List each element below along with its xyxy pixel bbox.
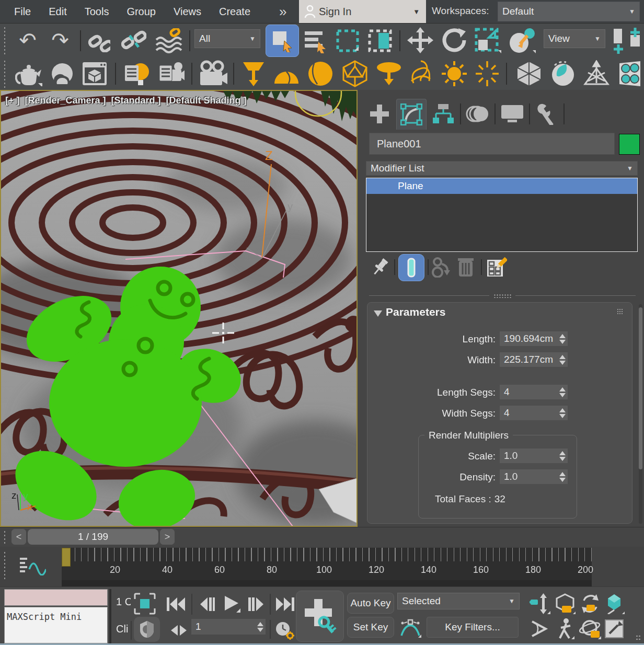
- play-button[interactable]: [220, 593, 244, 616]
- render-in-cloud-icon[interactable]: [48, 60, 76, 88]
- go-to-end-button[interactable]: [273, 593, 297, 616]
- track-bar-drag-handle[interactable]: [3, 551, 7, 580]
- video-camera-icon[interactable]: [198, 59, 229, 89]
- current-frame-spinner[interactable]: [257, 622, 263, 632]
- object-name-field[interactable]: Plane001: [369, 133, 615, 155]
- panel-scrollbar[interactable]: [639, 304, 642, 524]
- lens-effects-icon[interactable]: [616, 59, 644, 89]
- toolbar2-drag-handle[interactable]: [3, 60, 7, 88]
- physical-material-icon[interactable]: [513, 59, 545, 89]
- orbit-camera-button[interactable]: [578, 618, 602, 640]
- selection-lock-toggle[interactable]: [133, 592, 157, 616]
- menu-views[interactable]: Views: [165, 6, 210, 18]
- default-in-out-tangents-button[interactable]: [398, 617, 422, 639]
- selection-set-dropdown[interactable]: Selected ▼: [397, 593, 520, 609]
- tab-display[interactable]: [499, 99, 526, 129]
- scale-field[interactable]: 1.0: [500, 448, 568, 463]
- render-setup-teapot-icon[interactable]: [14, 60, 44, 88]
- auto-key-button[interactable]: Auto Key: [347, 593, 394, 614]
- viewport-menu-style[interactable]: [Standard ]: [111, 95, 161, 106]
- use-selection-center-button[interactable]: [627, 26, 643, 55]
- tab-utilities[interactable]: [533, 99, 560, 129]
- sign-in-button[interactable]: Sign In ▼: [299, 0, 426, 23]
- rollout-drag-grip[interactable]: [617, 308, 623, 315]
- playhead[interactable]: [62, 548, 71, 567]
- tab-create[interactable]: [366, 99, 393, 129]
- rollout-collapse-icon[interactable]: [372, 308, 384, 319]
- isolate-selection-toggle[interactable]: [134, 617, 160, 642]
- select-by-name-icon[interactable]: [302, 26, 329, 55]
- stack-item-plane[interactable]: Plane: [366, 178, 637, 194]
- skydome-light-icon[interactable]: [473, 59, 502, 89]
- undo-button[interactable]: ↶: [15, 25, 41, 55]
- modifier-stack[interactable]: Plane: [366, 178, 638, 252]
- viewport[interactable]: Z y: [0, 90, 358, 527]
- menu-tools[interactable]: Tools: [76, 6, 118, 18]
- length-spinner[interactable]: [559, 334, 566, 344]
- menu-edit[interactable]: Edit: [40, 6, 75, 18]
- select-and-rotate-button[interactable]: [439, 25, 468, 55]
- sphere-light-icon[interactable]: [305, 59, 336, 89]
- go-to-start-button[interactable]: [164, 593, 188, 616]
- use-pivot-point-button[interactable]: [611, 26, 626, 55]
- spot-light-icon[interactable]: [238, 60, 269, 88]
- redo-button[interactable]: ↷: [47, 25, 73, 55]
- time-slider-drag-handle[interactable]: [3, 530, 7, 545]
- current-frame-field[interactable]: 1: [191, 619, 266, 635]
- pin-stack-button[interactable]: [369, 255, 391, 279]
- select-and-place-button[interactable]: [506, 25, 537, 55]
- light-lister-icon[interactable]: [121, 60, 152, 88]
- walk-through-button[interactable]: [553, 618, 577, 640]
- menu-overflow-chevron[interactable]: »: [259, 4, 286, 20]
- dome-light-icon[interactable]: [272, 60, 301, 88]
- menu-group[interactable]: Group: [118, 6, 165, 18]
- viewport-menu-pov[interactable]: [Render_Camera ]: [25, 95, 106, 106]
- time-slider-handle[interactable]: 1 / 199: [28, 529, 158, 545]
- unlink-icon[interactable]: [119, 27, 148, 54]
- viewport-menu-shading[interactable]: [Default Shading ]: [166, 95, 247, 106]
- fov-angle-button[interactable]: [528, 618, 552, 640]
- width-segs-spinner[interactable]: [559, 408, 566, 418]
- reference-coordinate-dropdown[interactable]: View ▼: [544, 29, 605, 48]
- toolbar-drag-handle[interactable]: [3, 26, 7, 54]
- camera-lister-icon[interactable]: [156, 60, 186, 88]
- maximize-viewport-toggle[interactable]: [602, 618, 626, 640]
- window-crossing-toggle-icon[interactable]: [366, 26, 395, 55]
- menu-create[interactable]: Create: [210, 6, 259, 18]
- viewport-menu-general[interactable]: [+ ]: [5, 95, 20, 106]
- time-configuration-button[interactable]: [273, 620, 296, 641]
- length-segs-field[interactable]: 4: [500, 385, 568, 399]
- maxscript-mini-listener[interactable]: MAXScript Mini: [4, 607, 108, 643]
- geodesic-light-icon[interactable]: [340, 59, 370, 89]
- modifier-list-dropdown[interactable]: Modifier List ▼: [366, 161, 638, 176]
- object-color-swatch[interactable]: [619, 134, 640, 155]
- next-frame-button[interactable]: [245, 593, 268, 616]
- selection-filter-dropdown[interactable]: All ▼: [194, 29, 260, 48]
- disc-light-icon[interactable]: [374, 60, 404, 88]
- zoom-extents-button[interactable]: [553, 593, 577, 615]
- set-key-button[interactable]: Set Key: [347, 617, 394, 638]
- mini-curve-editor-button[interactable]: [17, 553, 48, 577]
- width-field[interactable]: 225.177cm: [500, 352, 568, 367]
- remove-modifier-button[interactable]: [455, 255, 477, 279]
- set-keys-button[interactable]: [296, 591, 344, 642]
- key-filters-button[interactable]: Key Filters...: [427, 617, 519, 638]
- key-mode-toggle[interactable]: [168, 621, 189, 640]
- width-segs-field[interactable]: 4: [500, 406, 568, 420]
- workspace-dropdown[interactable]: Default ▼: [498, 2, 640, 21]
- configure-modifier-sets-button[interactable]: [485, 255, 508, 279]
- tab-motion[interactable]: [464, 99, 491, 129]
- select-and-move-button[interactable]: [406, 25, 435, 55]
- rollout-splitter[interactable]: [369, 294, 636, 298]
- material-override-icon[interactable]: [548, 59, 577, 89]
- select-and-link-icon[interactable]: [85, 27, 112, 54]
- sun-light-icon[interactable]: [439, 59, 469, 89]
- density-spinner[interactable]: [559, 472, 566, 482]
- bind-to-spacewarp-icon[interactable]: [153, 26, 185, 55]
- field-of-view-button[interactable]: [602, 593, 626, 615]
- zoom-region-button[interactable]: [578, 593, 602, 615]
- rollout-title[interactable]: Parameters: [386, 306, 445, 318]
- make-unique-button[interactable]: [431, 255, 453, 279]
- rectangular-selection-region-icon[interactable]: [334, 26, 362, 55]
- length-segs-spinner[interactable]: [559, 387, 566, 397]
